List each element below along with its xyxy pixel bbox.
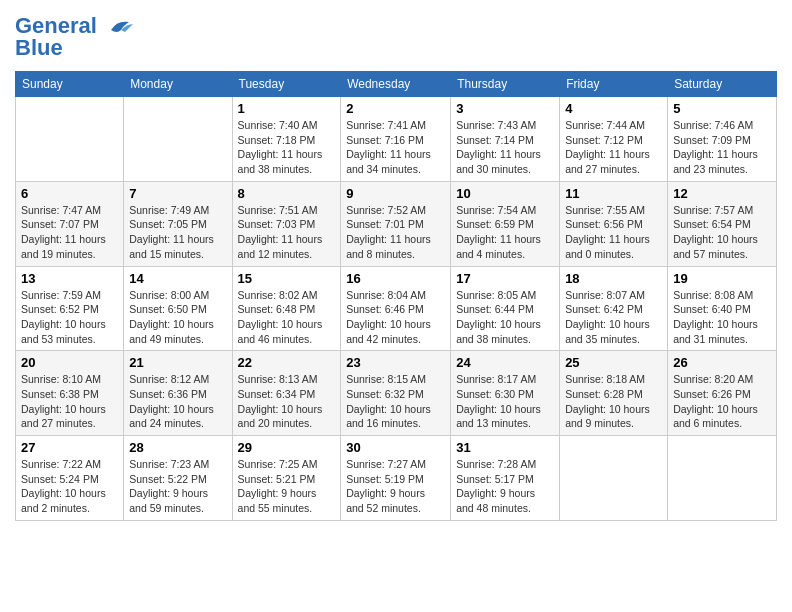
weekday-header-saturday: Saturday [668, 72, 777, 97]
day-number: 20 [21, 355, 118, 370]
calendar-cell: 14Sunrise: 8:00 AM Sunset: 6:50 PM Dayli… [124, 266, 232, 351]
day-number: 5 [673, 101, 771, 116]
calendar-cell [124, 97, 232, 182]
day-info: Sunrise: 7:22 AM Sunset: 5:24 PM Dayligh… [21, 457, 118, 516]
calendar-cell: 4Sunrise: 7:44 AM Sunset: 7:12 PM Daylig… [560, 97, 668, 182]
calendar-cell: 8Sunrise: 7:51 AM Sunset: 7:03 PM Daylig… [232, 181, 341, 266]
day-number: 12 [673, 186, 771, 201]
day-info: Sunrise: 8:05 AM Sunset: 6:44 PM Dayligh… [456, 288, 554, 347]
day-number: 7 [129, 186, 226, 201]
day-info: Sunrise: 7:40 AM Sunset: 7:18 PM Dayligh… [238, 118, 336, 177]
day-number: 17 [456, 271, 554, 286]
calendar-cell: 7Sunrise: 7:49 AM Sunset: 7:05 PM Daylig… [124, 181, 232, 266]
calendar-cell [16, 97, 124, 182]
day-number: 16 [346, 271, 445, 286]
calendar-cell: 19Sunrise: 8:08 AM Sunset: 6:40 PM Dayli… [668, 266, 777, 351]
day-number: 27 [21, 440, 118, 455]
calendar-cell: 25Sunrise: 8:18 AM Sunset: 6:28 PM Dayli… [560, 351, 668, 436]
day-info: Sunrise: 7:46 AM Sunset: 7:09 PM Dayligh… [673, 118, 771, 177]
calendar-cell: 29Sunrise: 7:25 AM Sunset: 5:21 PM Dayli… [232, 436, 341, 521]
weekday-header-tuesday: Tuesday [232, 72, 341, 97]
calendar-cell: 20Sunrise: 8:10 AM Sunset: 6:38 PM Dayli… [16, 351, 124, 436]
calendar-cell: 13Sunrise: 7:59 AM Sunset: 6:52 PM Dayli… [16, 266, 124, 351]
day-info: Sunrise: 8:17 AM Sunset: 6:30 PM Dayligh… [456, 372, 554, 431]
day-number: 18 [565, 271, 662, 286]
calendar-cell: 3Sunrise: 7:43 AM Sunset: 7:14 PM Daylig… [451, 97, 560, 182]
day-info: Sunrise: 7:43 AM Sunset: 7:14 PM Dayligh… [456, 118, 554, 177]
calendar-cell [560, 436, 668, 521]
weekday-header-row: SundayMondayTuesdayWednesdayThursdayFrid… [16, 72, 777, 97]
day-number: 13 [21, 271, 118, 286]
day-info: Sunrise: 8:18 AM Sunset: 6:28 PM Dayligh… [565, 372, 662, 431]
day-info: Sunrise: 7:44 AM Sunset: 7:12 PM Dayligh… [565, 118, 662, 177]
calendar-cell: 6Sunrise: 7:47 AM Sunset: 7:07 PM Daylig… [16, 181, 124, 266]
calendar-cell: 31Sunrise: 7:28 AM Sunset: 5:17 PM Dayli… [451, 436, 560, 521]
calendar-week-row: 27Sunrise: 7:22 AM Sunset: 5:24 PM Dayli… [16, 436, 777, 521]
day-info: Sunrise: 8:08 AM Sunset: 6:40 PM Dayligh… [673, 288, 771, 347]
calendar-cell: 28Sunrise: 7:23 AM Sunset: 5:22 PM Dayli… [124, 436, 232, 521]
day-number: 21 [129, 355, 226, 370]
weekday-header-sunday: Sunday [16, 72, 124, 97]
day-info: Sunrise: 8:15 AM Sunset: 6:32 PM Dayligh… [346, 372, 445, 431]
calendar-cell: 18Sunrise: 8:07 AM Sunset: 6:42 PM Dayli… [560, 266, 668, 351]
calendar-cell: 23Sunrise: 8:15 AM Sunset: 6:32 PM Dayli… [341, 351, 451, 436]
logo-blue: Blue [15, 35, 63, 60]
header: General Blue [15, 15, 777, 59]
calendar-table: SundayMondayTuesdayWednesdayThursdayFrid… [15, 71, 777, 521]
day-number: 19 [673, 271, 771, 286]
day-info: Sunrise: 8:07 AM Sunset: 6:42 PM Dayligh… [565, 288, 662, 347]
weekday-header-friday: Friday [560, 72, 668, 97]
page: General Blue SundayMondayTuesdayWednesda… [0, 0, 792, 612]
calendar-cell: 15Sunrise: 8:02 AM Sunset: 6:48 PM Dayli… [232, 266, 341, 351]
day-number: 10 [456, 186, 554, 201]
day-number: 31 [456, 440, 554, 455]
day-info: Sunrise: 8:02 AM Sunset: 6:48 PM Dayligh… [238, 288, 336, 347]
day-number: 22 [238, 355, 336, 370]
logo-text: General Blue [15, 15, 97, 59]
day-number: 29 [238, 440, 336, 455]
day-number: 2 [346, 101, 445, 116]
day-number: 8 [238, 186, 336, 201]
weekday-header-wednesday: Wednesday [341, 72, 451, 97]
day-info: Sunrise: 8:04 AM Sunset: 6:46 PM Dayligh… [346, 288, 445, 347]
day-number: 28 [129, 440, 226, 455]
calendar-cell: 30Sunrise: 7:27 AM Sunset: 5:19 PM Dayli… [341, 436, 451, 521]
day-number: 14 [129, 271, 226, 286]
day-number: 4 [565, 101, 662, 116]
calendar-cell [668, 436, 777, 521]
day-info: Sunrise: 7:27 AM Sunset: 5:19 PM Dayligh… [346, 457, 445, 516]
logo-bird-icon [101, 16, 133, 40]
calendar-cell: 1Sunrise: 7:40 AM Sunset: 7:18 PM Daylig… [232, 97, 341, 182]
day-number: 1 [238, 101, 336, 116]
day-number: 25 [565, 355, 662, 370]
calendar-week-row: 1Sunrise: 7:40 AM Sunset: 7:18 PM Daylig… [16, 97, 777, 182]
calendar-cell: 9Sunrise: 7:52 AM Sunset: 7:01 PM Daylig… [341, 181, 451, 266]
weekday-header-thursday: Thursday [451, 72, 560, 97]
day-number: 26 [673, 355, 771, 370]
calendar-week-row: 6Sunrise: 7:47 AM Sunset: 7:07 PM Daylig… [16, 181, 777, 266]
day-info: Sunrise: 7:25 AM Sunset: 5:21 PM Dayligh… [238, 457, 336, 516]
day-info: Sunrise: 7:57 AM Sunset: 6:54 PM Dayligh… [673, 203, 771, 262]
day-info: Sunrise: 8:00 AM Sunset: 6:50 PM Dayligh… [129, 288, 226, 347]
calendar-cell: 26Sunrise: 8:20 AM Sunset: 6:26 PM Dayli… [668, 351, 777, 436]
logo: General Blue [15, 15, 133, 59]
calendar-week-row: 20Sunrise: 8:10 AM Sunset: 6:38 PM Dayli… [16, 351, 777, 436]
calendar-cell: 16Sunrise: 8:04 AM Sunset: 6:46 PM Dayli… [341, 266, 451, 351]
day-number: 23 [346, 355, 445, 370]
day-number: 15 [238, 271, 336, 286]
weekday-header-monday: Monday [124, 72, 232, 97]
day-number: 30 [346, 440, 445, 455]
calendar-cell: 2Sunrise: 7:41 AM Sunset: 7:16 PM Daylig… [341, 97, 451, 182]
calendar-cell: 5Sunrise: 7:46 AM Sunset: 7:09 PM Daylig… [668, 97, 777, 182]
calendar-cell: 27Sunrise: 7:22 AM Sunset: 5:24 PM Dayli… [16, 436, 124, 521]
day-info: Sunrise: 8:13 AM Sunset: 6:34 PM Dayligh… [238, 372, 336, 431]
day-info: Sunrise: 7:54 AM Sunset: 6:59 PM Dayligh… [456, 203, 554, 262]
day-number: 3 [456, 101, 554, 116]
day-number: 24 [456, 355, 554, 370]
day-info: Sunrise: 7:23 AM Sunset: 5:22 PM Dayligh… [129, 457, 226, 516]
day-info: Sunrise: 7:55 AM Sunset: 6:56 PM Dayligh… [565, 203, 662, 262]
day-info: Sunrise: 8:20 AM Sunset: 6:26 PM Dayligh… [673, 372, 771, 431]
day-number: 9 [346, 186, 445, 201]
calendar-cell: 17Sunrise: 8:05 AM Sunset: 6:44 PM Dayli… [451, 266, 560, 351]
day-info: Sunrise: 7:59 AM Sunset: 6:52 PM Dayligh… [21, 288, 118, 347]
